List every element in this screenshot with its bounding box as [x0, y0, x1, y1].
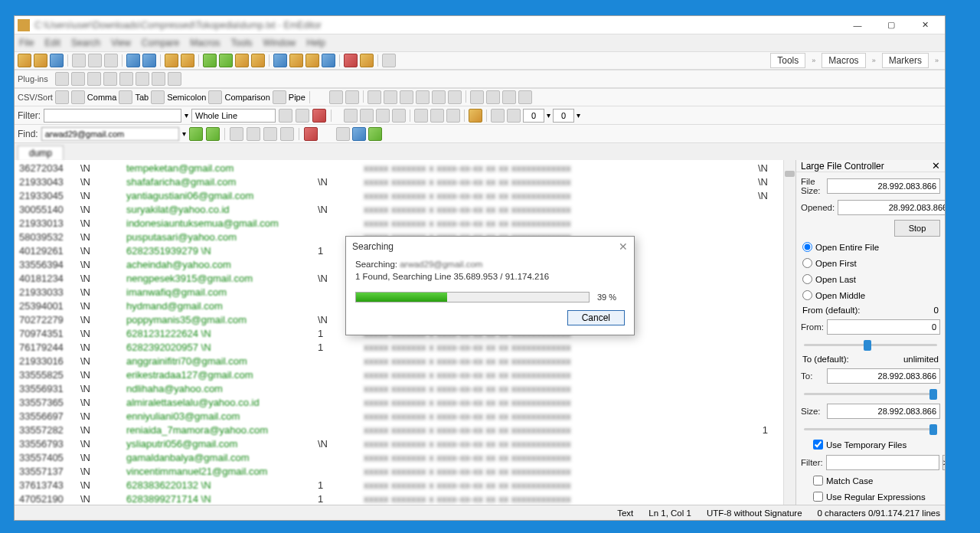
paste-icon[interactable] [104, 54, 118, 67]
open-entire-radio[interactable]: Open Entire File [801, 241, 940, 253]
extra-icon[interactable] [368, 127, 382, 141]
sort-icon[interactable] [432, 90, 446, 104]
cancel-button[interactable]: Cancel [567, 310, 625, 325]
copy-icon[interactable] [88, 54, 102, 67]
doc-tab-dump[interactable]: dump [18, 146, 64, 160]
find-close-icon[interactable] [304, 127, 318, 141]
new-icon[interactable] [18, 54, 31, 67]
grid-icon[interactable] [502, 90, 516, 104]
tb-icon-e[interactable] [273, 54, 287, 67]
dialog-close-icon[interactable]: ✕ [619, 240, 628, 253]
csv-icon[interactable] [208, 90, 222, 104]
csv-icon[interactable] [151, 90, 165, 104]
csv-icon[interactable] [55, 90, 69, 104]
text-line[interactable]: 21933016\Nanggrainifitri70@gmail.comxxxx… [19, 355, 779, 368]
sort-icon[interactable] [345, 90, 359, 104]
grid-icon[interactable] [518, 90, 532, 104]
scroll-thumb[interactable] [785, 171, 795, 177]
match-case-check[interactable]: Match Case [801, 475, 940, 486]
open-icon[interactable] [34, 54, 47, 67]
tb-icon-h[interactable] [322, 54, 335, 67]
tab-markers[interactable]: Markers [882, 53, 929, 68]
plugin-icon[interactable] [136, 72, 149, 86]
opt-icon[interactable] [376, 109, 390, 123]
tb-icon-c[interactable] [235, 54, 249, 67]
filter-icon[interactable] [296, 109, 309, 123]
replace-icon[interactable] [181, 54, 194, 67]
text-line[interactable]: 33557405\Ngamaldanbalya@gmail.comxxxxx x… [19, 451, 779, 465]
record-icon[interactable] [344, 54, 358, 67]
use-regex-check[interactable]: Use Regular Expressions [801, 491, 940, 502]
sort-az-icon[interactable] [368, 90, 381, 104]
tb-icon-g[interactable] [305, 54, 319, 67]
sort-num-icon[interactable] [400, 90, 413, 104]
text-line[interactable]: 47052190\N6283899271714 \N1xxxxx xxxxxxx… [19, 492, 779, 505]
csv-icon[interactable] [273, 90, 286, 104]
tb-icon-d[interactable] [251, 54, 265, 67]
text-line[interactable]: 33556931\Nndlihaha@yahoo.comxxxxx xxxxxx… [19, 382, 779, 396]
sort-icon[interactable] [329, 90, 343, 104]
minimize-button[interactable]: — [841, 17, 874, 34]
num-input-a[interactable] [523, 109, 544, 123]
find-next-icon[interactable] [189, 127, 203, 141]
open-first-radio[interactable]: Open First [801, 257, 940, 269]
opt-icon[interactable] [392, 109, 406, 123]
text-line[interactable]: 33557137\Nvincentimmanuel21@gmail.comxxx… [19, 465, 779, 479]
lock-icon[interactable] [469, 109, 482, 123]
filter-icon[interactable] [279, 109, 292, 123]
maximize-button[interactable]: ▢ [874, 17, 908, 34]
to-slider[interactable] [804, 388, 937, 399]
menubar[interactable]: FileEditSearch ViewCompareMacros ToolsWi… [15, 34, 945, 51]
tab-tools[interactable]: Tools [770, 53, 805, 68]
opt-icon[interactable] [507, 109, 521, 123]
size-input[interactable] [827, 404, 940, 419]
filter-clear-icon[interactable] [312, 109, 326, 123]
grid-icon[interactable] [486, 90, 500, 104]
extra-icon[interactable] [336, 127, 350, 141]
grid-icon[interactable] [470, 90, 484, 104]
to-input[interactable] [827, 368, 940, 384]
text-line[interactable]: 21933045\Nyantiagustiani06@gmail.comxxxx… [19, 189, 779, 203]
open-middle-radio[interactable]: Open Middle [801, 289, 940, 301]
from-input[interactable] [827, 319, 940, 335]
text-line[interactable]: 30055140\Nsuryakilat@yahoo.co.id\Nxxxxx … [19, 203, 779, 217]
open-last-radio[interactable]: Open Last [801, 273, 940, 285]
opt-icon[interactable] [344, 109, 358, 123]
opt-icon[interactable] [414, 109, 428, 123]
filter-scope[interactable] [191, 109, 276, 123]
plugin-icon[interactable] [119, 72, 133, 86]
plugin-icon[interactable] [103, 72, 117, 86]
opt-icon[interactable] [446, 109, 460, 123]
from-slider[interactable] [804, 339, 937, 350]
find-icon[interactable] [165, 54, 178, 67]
panel-filter-input[interactable] [826, 455, 939, 470]
text-line[interactable]: 33557282\Nreniaida_7mamora@yahoo.comxxxx… [19, 423, 779, 437]
plugin-icon[interactable] [152, 72, 165, 86]
tb-icon-i[interactable] [360, 54, 374, 67]
sort-za-icon[interactable] [384, 90, 397, 104]
find-opt-icon[interactable] [230, 127, 243, 141]
stop-button[interactable]: Stop [894, 220, 940, 237]
filter-input[interactable] [44, 109, 181, 123]
undo-icon[interactable] [126, 54, 140, 67]
plugin-icon[interactable] [168, 72, 181, 86]
plugin-icon[interactable] [87, 72, 101, 86]
text-line[interactable]: 21933013\Nindonesiauntuksemua@gmail.comx… [19, 217, 779, 231]
text-line[interactable]: 76179244\N6282392020957 \N1xxxxx xxxxxxx… [19, 341, 779, 355]
find-opt-icon[interactable] [247, 127, 260, 141]
plugin-icon[interactable] [71, 72, 85, 86]
cut-icon[interactable] [72, 54, 86, 67]
panel-close-icon[interactable]: ✕ [932, 160, 940, 172]
csv-icon[interactable] [71, 90, 85, 104]
text-line[interactable]: 36272034\Ntempeketan@gmail.comxxxxx xxxx… [19, 162, 779, 175]
size-slider[interactable] [804, 423, 937, 434]
text-line[interactable]: 33557365\Nalmiralettaselalu@yahoo.co.idx… [19, 396, 779, 410]
opt-icon[interactable] [430, 109, 444, 123]
text-line[interactable]: 21933043\Nshafafaricha@gmail.com\Nxxxxx … [19, 175, 779, 189]
text-line[interactable]: 33555825\Nerikestradaa127@gmail.comxxxxx… [19, 368, 779, 382]
filter-go-button[interactable]: > [942, 455, 945, 470]
tb-icon-f[interactable] [289, 54, 303, 67]
find-opt-icon[interactable] [263, 127, 277, 141]
sort-icon[interactable] [448, 90, 462, 104]
text-line[interactable]: 37613743\N6283836220132 \N1xxxxx xxxxxxx… [19, 479, 779, 492]
